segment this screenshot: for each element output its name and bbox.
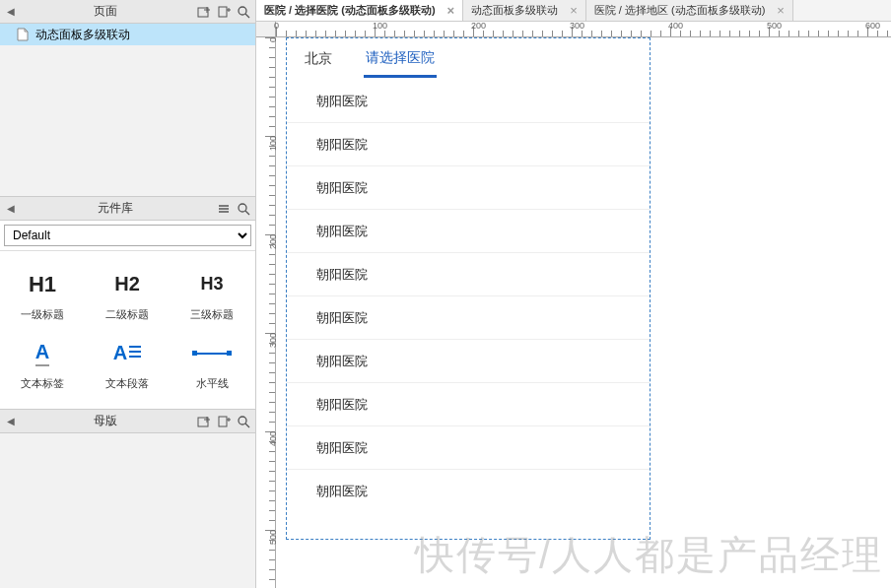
close-icon[interactable]: × xyxy=(570,3,578,18)
svg-line-12 xyxy=(245,211,249,215)
tab-label: 医院 / 选择地区 (动态面板多级联动) xyxy=(594,3,766,18)
search-icon[interactable] xyxy=(236,201,251,217)
paragraph-icon: A xyxy=(113,339,141,368)
widget-label: 文本段落 xyxy=(105,376,149,391)
main-area: 医院 / 选择医院 (动态面板多级联动) × 动态面板多级联动 × 医院 / 选… xyxy=(256,0,891,588)
widget-label: 二级标题 xyxy=(105,307,149,322)
masters-panel-title: 母版 xyxy=(18,413,192,429)
masters-panel: ◀ 母版 xyxy=(0,410,255,433)
add-page-icon[interactable] xyxy=(216,4,232,20)
hospital-tab[interactable]: 请选择医院 xyxy=(364,41,437,78)
library-panel: ◀ 元件库 Default H1 一级标题 H2 二级标题 H xyxy=(0,197,255,410)
pages-panel-header: ◀ 页面 xyxy=(0,0,255,24)
widget-paragraph[interactable]: A 文本段落 xyxy=(85,330,170,399)
tab-label: 医院 / 选择医院 (动态面板多级联动) xyxy=(264,3,436,18)
tab-label: 动态面板多级联动 xyxy=(471,3,558,18)
page-icon xyxy=(16,28,30,41)
svg-rect-3 xyxy=(219,7,227,17)
library-panel-title: 元件库 xyxy=(18,200,212,217)
collapse-icon[interactable]: ◀ xyxy=(4,6,18,17)
h3-icon: H3 xyxy=(200,270,223,299)
collapse-icon[interactable]: ◀ xyxy=(4,416,18,426)
library-panel-header: ◀ 元件库 xyxy=(0,197,255,221)
widget-h2[interactable]: H2 二级标题 xyxy=(85,261,170,330)
canvas[interactable]: 北京 请选择医院 朝阳医院朝阳医院朝阳医院朝阳医院朝阳医院朝阳医院朝阳医院朝阳医… xyxy=(276,37,891,588)
region-tab[interactable]: 北京 xyxy=(303,42,334,76)
library-select[interactable]: Default xyxy=(4,225,251,246)
list-item[interactable]: 朝阳医院 xyxy=(287,253,650,296)
collapse-icon[interactable]: ◀ xyxy=(4,203,18,214)
close-icon[interactable]: × xyxy=(447,3,455,18)
dynamic-panel[interactable]: 北京 请选择医院 朝阳医院朝阳医院朝阳医院朝阳医院朝阳医院朝阳医院朝阳医院朝阳医… xyxy=(286,37,651,540)
page-tree-item-label: 动态面板多级联动 xyxy=(35,27,130,43)
svg-line-20 xyxy=(245,424,249,427)
search-icon[interactable] xyxy=(236,414,251,429)
library-select-row: Default xyxy=(0,221,255,251)
h2-icon: H2 xyxy=(114,270,140,299)
add-master-icon[interactable] xyxy=(216,414,232,429)
editor-tab[interactable]: 医院 / 选择医院 (动态面板多级联动) × xyxy=(256,0,463,21)
editor-tab[interactable]: 动态面板多级联动 × xyxy=(463,0,586,21)
svg-point-19 xyxy=(239,417,246,425)
close-icon[interactable]: × xyxy=(777,3,785,18)
svg-point-11 xyxy=(239,204,246,212)
widget-h1[interactable]: H1 一级标题 xyxy=(0,261,85,330)
list-item[interactable]: 朝阳医院 xyxy=(287,210,650,253)
widget-label: 文本标签 xyxy=(21,376,64,391)
widget-grid: H1 一级标题 H2 二级标题 H3 三级标题 A 文本标签 A 文本段落 水平… xyxy=(0,251,255,409)
ruler-vertical: 0100200300400500 xyxy=(256,37,276,588)
list-item[interactable]: 朝阳医院 xyxy=(287,123,650,166)
left-sidebar: ◀ 页面 动态面板多级联动 ◀ 元件库 xyxy=(0,0,256,588)
editor-tabs: 医院 / 选择医院 (动态面板多级联动) × 动态面板多级联动 × 医院 / 选… xyxy=(256,0,891,22)
h1-icon: H1 xyxy=(29,270,56,299)
widget-label: 三级标题 xyxy=(190,307,234,322)
pages-panel-title: 页面 xyxy=(18,3,192,20)
list-item[interactable]: 朝阳医院 xyxy=(287,166,650,210)
widget-hline[interactable]: 水平线 xyxy=(170,330,254,399)
ruler-corner xyxy=(256,22,276,37)
widget-h3[interactable]: H3 三级标题 xyxy=(170,261,254,330)
add-folder-icon[interactable] xyxy=(196,4,212,20)
svg-rect-16 xyxy=(219,417,227,426)
list-item[interactable]: 朝阳医院 xyxy=(287,383,650,426)
menu-icon[interactable] xyxy=(216,201,232,217)
widget-label: 水平线 xyxy=(196,376,229,391)
page-tree-item[interactable]: 动态面板多级联动 xyxy=(0,24,255,45)
widget-text-label[interactable]: A 文本标签 xyxy=(0,330,85,399)
svg-point-6 xyxy=(239,7,246,15)
hospital-list: 朝阳医院朝阳医院朝阳医院朝阳医院朝阳医院朝阳医院朝阳医院朝阳医院朝阳医院朝阳医院 xyxy=(287,80,650,513)
ruler-horizontal: 0100200300400500600 xyxy=(276,22,891,37)
list-item[interactable]: 朝阳医院 xyxy=(287,80,650,123)
list-item[interactable]: 朝阳医院 xyxy=(287,426,650,470)
list-item[interactable]: 朝阳医院 xyxy=(287,470,650,513)
text-label-icon: A xyxy=(35,339,49,368)
editor-tab[interactable]: 医院 / 选择地区 (动态面板多级联动) × xyxy=(586,0,793,21)
list-item[interactable]: 朝阳医院 xyxy=(287,340,650,383)
hline-icon xyxy=(194,339,230,368)
pages-panel: ◀ 页面 动态面板多级联动 xyxy=(0,0,255,197)
search-icon[interactable] xyxy=(236,4,251,20)
widget-label: 一级标题 xyxy=(21,307,64,322)
masters-panel-header: ◀ 母版 xyxy=(0,410,255,433)
svg-line-7 xyxy=(245,14,249,18)
list-item[interactable]: 朝阳医院 xyxy=(287,296,650,340)
add-folder-icon[interactable] xyxy=(196,414,212,429)
dynamic-panel-tabs: 北京 请选择医院 xyxy=(287,38,650,80)
